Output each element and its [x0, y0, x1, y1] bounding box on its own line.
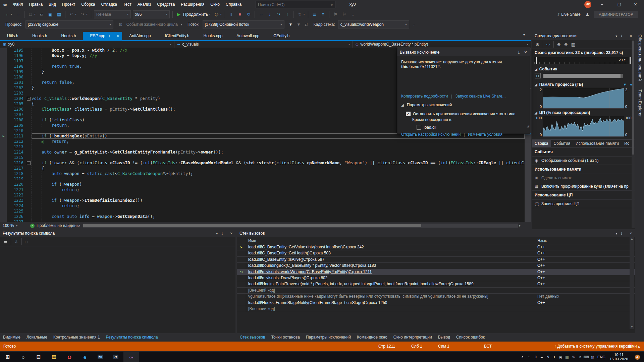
quick-search-input[interactable]: Поиск (Ctrl+Q) ⌕	[256, 1, 335, 8]
diag-tab-Использование памяти[interactable]: Использование памяти	[573, 140, 622, 147]
code-line-1222[interactable]: 1222	[0, 192, 525, 198]
pin-icon[interactable]: ⊸	[517, 50, 521, 54]
breakpoint-margin[interactable]	[0, 123, 7, 128]
code-line-1212[interactable]: 1212▶▏return;	[0, 139, 525, 144]
close-icon[interactable]: ✕	[230, 232, 233, 235]
solution-explorer-vertical-tab[interactable]: Обозреватель решений	[638, 35, 642, 81]
collapse-all-icon[interactable]: □	[24, 238, 29, 246]
diag-tab-События[interactable]: События	[551, 140, 573, 147]
filter-threads-icon[interactable]: ▼	[289, 22, 293, 27]
tray-icon-4[interactable]: N	[545, 355, 551, 359]
record-cpu-profile[interactable]: ◯Запись профиля ЦП	[532, 200, 635, 208]
events-shown[interactable]: ◉Отображение событий (1 из 1)	[532, 157, 635, 165]
redo[interactable]: ↷▾	[79, 10, 89, 18]
window-menu-icon[interactable]: ▾	[216, 232, 218, 235]
list-view-icon[interactable]: ≣	[3, 238, 8, 246]
tray-icon-3[interactable]: ☁	[538, 355, 545, 359]
doc-tab-Autowall.cpp[interactable]: Autowall.cpp	[229, 32, 266, 40]
tray-icon-8[interactable]: ⇅	[570, 355, 577, 359]
breakpoint-margin[interactable]	[0, 182, 7, 187]
file-explorer[interactable]: ▤	[46, 352, 62, 362]
events-bar[interactable]	[543, 74, 623, 78]
filter-flagged-icon[interactable]: ▼	[297, 22, 301, 27]
hscroll-left-arrow[interactable]: ◂	[78, 224, 80, 228]
doc-tab-AntiAim.cpp[interactable]: AntiAim.cpp	[122, 32, 158, 40]
column-language[interactable]: Язык	[535, 237, 635, 244]
menu-item[interactable]: Справка	[223, 2, 245, 7]
breakpoint-margin[interactable]	[0, 171, 7, 176]
break-on-exception-checkbox[interactable]: ✓ Остановить при возникновении исключени…	[406, 112, 516, 116]
step-into[interactable]: ↓	[266, 10, 273, 18]
tab-overflow-icon[interactable]: ▾	[523, 33, 525, 37]
live-share-button[interactable]: ⤴Live Share	[557, 12, 580, 17]
code-line-1223[interactable]: 1223if (!weapon->ItemDefinitionIndex2())	[0, 198, 525, 203]
tray-icon-7[interactable]: ▥	[564, 355, 570, 359]
call-stack-row[interactable]: ➤load.dll!C_BaseEntity::GetValue<int>(co…	[237, 244, 635, 250]
code-line-1214[interactable]: 1214auto owner = g_pEntityList->GetClien…	[0, 149, 525, 155]
stack-frame-combo[interactable]: c_visuals::worldWeapon▾	[338, 20, 409, 28]
pin-icon[interactable]: ⊸	[620, 35, 624, 37]
undo[interactable]: ↶▾	[68, 10, 77, 18]
block-comment[interactable]: ≡	[319, 10, 327, 18]
new-file[interactable]: □▾	[27, 10, 37, 18]
diag-tab-Ис[interactable]: Ис	[622, 140, 632, 147]
hscroll-right-arrow[interactable]: ▸	[519, 224, 521, 228]
breakpoint-margin[interactable]	[0, 203, 7, 208]
start-live-share-link[interactable]: Запуск сеанса Live Share...	[455, 94, 505, 99]
maximize-button[interactable]: ▢	[612, 0, 627, 9]
close-icon[interactable]: ✕	[117, 32, 119, 40]
code-line-1227[interactable]: 1227	[0, 219, 525, 222]
stop-button[interactable]: ■	[236, 10, 244, 18]
breakpoint-margin[interactable]	[0, 187, 7, 192]
bottom-tab-Видимые[interactable]: Видимые	[0, 333, 23, 342]
bottom-tab-Параметры исключений[interactable]: Параметры исключений	[303, 333, 354, 342]
keyboard-language[interactable]: ENG	[596, 355, 607, 359]
call-stack-row[interactable]: vguimatsurface.dll![Указанные ниже кадры…	[237, 294, 635, 300]
events-section-header[interactable]: ◢События	[532, 65, 635, 72]
lifecycle-events-button[interactable]: События жизненного цикла	[126, 22, 178, 27]
bookmark-prev[interactable]: ⚐	[340, 10, 348, 18]
tray-icon-11[interactable]: ◍	[589, 355, 596, 359]
editor-horizontal-scrollbar[interactable]	[83, 224, 518, 228]
copy-details-link[interactable]: Копировать подробности	[401, 94, 448, 99]
breakpoint-margin[interactable]	[0, 96, 7, 101]
nav-back[interactable]: ←▾	[3, 10, 13, 18]
bottom-tab-Контрольные значения 1[interactable]: Контрольные значения 1	[50, 333, 103, 342]
doc-tab-IClientEntity.h[interactable]: IClientEntity.h	[158, 32, 196, 40]
breakpoint-margin[interactable]	[0, 160, 7, 166]
doc-tab-CEntity.h[interactable]: CEntity.h	[266, 32, 297, 40]
code-line-1220[interactable]: 1220if (!weapon)	[0, 182, 525, 187]
process-combo[interactable]: [23376] csgo.exe▾	[25, 20, 113, 28]
step-out[interactable]: ↑	[283, 10, 291, 18]
code-line-1215[interactable]: 1215	[0, 155, 525, 160]
window-menu-icon[interactable]: ▾	[615, 232, 617, 235]
action-center-icon[interactable]: 4	[631, 355, 644, 360]
visual-studio[interactable]: ∞	[123, 352, 139, 362]
breakpoint-margin[interactable]	[0, 176, 7, 182]
tray-icon-9[interactable]: ♫	[577, 355, 583, 359]
hidden-icons-chevron[interactable]: ∧	[519, 355, 526, 359]
breakpoint-margin[interactable]	[0, 208, 7, 214]
platform-combo[interactable]: x86▾	[133, 10, 170, 18]
menu-item[interactable]: Вид	[46, 2, 59, 7]
breakpoint-margin[interactable]	[0, 80, 7, 85]
tray-icon-10[interactable]: ⌨	[583, 355, 589, 359]
suspend-threads-icon[interactable]: ⇄	[305, 22, 308, 27]
resize-grip[interactable]: ◢	[527, 124, 529, 128]
breakpoint-margin[interactable]	[0, 58, 7, 64]
menu-item[interactable]: Отладка	[98, 2, 120, 7]
breakpoint-margin[interactable]	[0, 74, 7, 80]
tray-icon-5[interactable]: ✦	[551, 355, 557, 359]
breakpoint-margin[interactable]	[0, 69, 7, 74]
breakpoint-margin[interactable]	[0, 112, 7, 117]
call-stack-row[interactable]: load.dll!Hooks::FrameStageNotify(ClientF…	[237, 300, 635, 306]
breakpoint-margin[interactable]	[0, 107, 7, 112]
search-icon[interactable]: ○	[15, 352, 31, 362]
team-explorer-vertical-tab[interactable]: Team Explorer	[638, 89, 642, 117]
app-bn[interactable]: бн	[93, 352, 108, 362]
exception-settings-expander[interactable]: ◢ Параметры исключений	[401, 103, 452, 107]
opera-browser[interactable]: O	[62, 352, 77, 362]
enable-heap-profiling[interactable]: ▦Включить профилирование кучи (влияет на…	[532, 182, 635, 191]
add-user-icon[interactable]: ♟	[585, 12, 590, 17]
breakpoint-margin[interactable]	[0, 139, 7, 144]
